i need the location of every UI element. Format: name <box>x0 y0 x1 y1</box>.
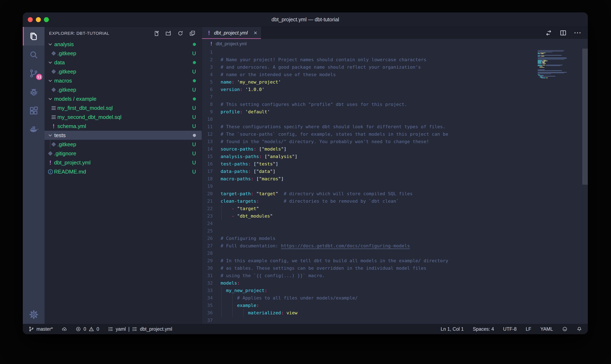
code-line[interactable]: 13# found in the "models/" directory. Yo… <box>202 138 588 145</box>
indentation-item[interactable]: Spaces: 4 <box>473 326 494 332</box>
line-number[interactable]: 34 <box>202 294 221 302</box>
line-content[interactable] <box>221 49 588 56</box>
code-line[interactable]: 29# In this example config, we tell dbt … <box>202 257 588 264</box>
line-content[interactable]: my_new_project: <box>221 287 588 294</box>
branch-status-item[interactable]: master* <box>28 326 53 332</box>
feedback-smiley-icon[interactable] <box>562 326 568 332</box>
line-content[interactable]: analysis-paths: ["analysis"] <box>221 153 588 160</box>
line-content[interactable]: # and underscores. A good package name s… <box>221 64 588 71</box>
line-content[interactable]: - "target" <box>221 205 588 212</box>
line-content[interactable]: test-paths: ["tests"] <box>221 160 588 168</box>
tree-item--gitkeep[interactable]: .gitkeepU <box>44 140 202 149</box>
code-line[interactable]: 18macro-paths: ["macros"] <box>202 175 588 183</box>
line-content[interactable]: macro-paths: ["macros"] <box>221 175 588 183</box>
scrollbar-thumb[interactable] <box>582 49 588 185</box>
line-number[interactable]: 2 <box>202 56 221 64</box>
line-number[interactable]: 26 <box>202 235 221 242</box>
line-number[interactable]: 29 <box>202 257 221 264</box>
code-line[interactable]: 21clean-targets: # directories to be rem… <box>202 197 588 205</box>
code-line[interactable]: 9profile: 'default' <box>202 108 588 116</box>
yaml-extension-status-item[interactable]: yaml | dbt_project.yml <box>108 326 172 332</box>
line-number[interactable]: 1 <box>202 49 221 56</box>
code-line[interactable]: 23 - "dbt_modules" <box>202 212 588 220</box>
new-file-icon[interactable] <box>153 30 159 36</box>
collapse-folders-icon[interactable] <box>189 30 195 36</box>
eol-item[interactable]: LF <box>526 326 531 332</box>
line-content[interactable] <box>221 93 588 101</box>
line-content[interactable]: materialized: view <box>221 309 588 317</box>
activity-explorer-button[interactable] <box>23 27 44 46</box>
line-content[interactable] <box>221 227 588 235</box>
activity-extensions-button[interactable] <box>23 101 44 120</box>
tree-item-data[interactable]: data <box>44 58 202 67</box>
code-line[interactable]: 17data-paths: ["data"] <box>202 168 588 175</box>
code-line[interactable]: 27# Full documentation: https://docs.get… <box>202 242 588 250</box>
code-line[interactable]: 7 <box>202 93 588 101</box>
close-window-button[interactable] <box>28 17 33 22</box>
code-line[interactable]: 24 <box>202 220 588 227</box>
line-content[interactable]: target-path: "target" # directory which … <box>221 190 588 197</box>
code-line[interactable]: 2# Name your project! Project names shou… <box>202 56 588 64</box>
line-number[interactable]: 4 <box>202 71 221 78</box>
line-number[interactable]: 32 <box>202 279 221 287</box>
line-number[interactable]: 18 <box>202 175 221 183</box>
activity-docker-button[interactable] <box>23 120 44 139</box>
line-content[interactable]: profile: 'default' <box>221 108 588 116</box>
tree-item-readme-md[interactable]: iREADME.mdU <box>44 167 202 176</box>
line-number[interactable]: 28 <box>202 250 221 257</box>
code-line[interactable]: 31# using the `{{ config(...) }}` macro. <box>202 272 588 279</box>
line-content[interactable]: - "dbt_modules" <box>221 212 588 220</box>
code-line[interactable]: 1 <box>202 49 588 56</box>
code-area[interactable]: 12# Name your project! Project names sho… <box>202 49 588 324</box>
code-line[interactable]: 11# These configurations specify where d… <box>202 123 588 130</box>
encoding-item[interactable]: UTF-8 <box>503 326 516 332</box>
activity-debug-button[interactable] <box>23 83 44 101</box>
line-number[interactable]: 8 <box>202 101 221 108</box>
code-line[interactable]: 35 example: <box>202 302 588 309</box>
line-content[interactable]: data-paths: ["data"] <box>221 168 588 175</box>
line-content[interactable]: # This setting configures which "profile… <box>221 101 588 108</box>
tree-item-my-first-dbt-model-sql[interactable]: my_first_dbt_model.sqlU <box>44 104 202 113</box>
line-number[interactable]: 24 <box>202 220 221 227</box>
line-content[interactable] <box>221 250 588 257</box>
line-number[interactable]: 14 <box>202 145 221 153</box>
activity-search-button[interactable] <box>23 46 44 64</box>
cursor-position-item[interactable]: Ln 1, Col 1 <box>441 326 464 332</box>
line-number[interactable]: 13 <box>202 138 221 145</box>
tree-item-analysis[interactable]: analysis <box>44 40 202 49</box>
line-content[interactable] <box>221 220 588 227</box>
code-line[interactable]: 20target-path: "target" # directory whic… <box>202 190 588 197</box>
line-content[interactable]: # name or the intended use of these mode… <box>221 71 588 78</box>
line-number[interactable]: 37 <box>202 317 221 324</box>
line-content[interactable] <box>221 183 588 190</box>
line-content[interactable]: # Full documentation: https://docs.getdb… <box>221 242 588 250</box>
code-line[interactable]: 4# name or the intended use of these mod… <box>202 71 588 78</box>
line-number[interactable]: 30 <box>202 264 221 272</box>
code-line[interactable]: 14source-paths: ["models"] <box>202 145 588 153</box>
code-line[interactable]: 33 my_new_project: <box>202 287 588 294</box>
tree-item--gitkeep[interactable]: .gitkeepU <box>44 85 202 94</box>
language-mode-item[interactable]: YAML <box>540 326 553 332</box>
code-editor[interactable]: 12# Name your project! Project names sho… <box>202 49 588 324</box>
line-content[interactable]: # found in the "models/" directory. You … <box>221 138 588 145</box>
code-line[interactable]: 12# The `source-paths` config, for examp… <box>202 130 588 138</box>
line-content[interactable]: source-paths: ["models"] <box>221 145 588 153</box>
line-number[interactable]: 20 <box>202 190 221 197</box>
line-number[interactable]: 17 <box>202 168 221 175</box>
code-line[interactable]: 37 <box>202 317 588 324</box>
breadcrumb[interactable]: ! dbt_project.yml <box>202 39 588 49</box>
line-number[interactable]: 33 <box>202 287 221 294</box>
activity-source-control-button[interactable]: 11 <box>23 64 44 83</box>
line-number[interactable]: 6 <box>202 86 221 93</box>
zoom-window-button[interactable] <box>44 17 49 22</box>
code-line[interactable]: 34 # Applies to all files under models/e… <box>202 294 588 302</box>
code-line[interactable]: 32models: <box>202 279 588 287</box>
line-content[interactable]: # In this example config, we tell dbt to… <box>221 257 588 264</box>
line-number[interactable]: 31 <box>202 272 221 279</box>
problems-status-item[interactable]: 0 0 <box>76 326 99 332</box>
line-number[interactable]: 7 <box>202 93 221 101</box>
code-line[interactable]: 16test-paths: ["tests"] <box>202 160 588 168</box>
code-line[interactable]: 36 materialized: view <box>202 309 588 317</box>
code-line[interactable]: 26# Configuring models <box>202 235 588 242</box>
line-content[interactable]: # Applies to all files under models/exam… <box>221 294 588 302</box>
